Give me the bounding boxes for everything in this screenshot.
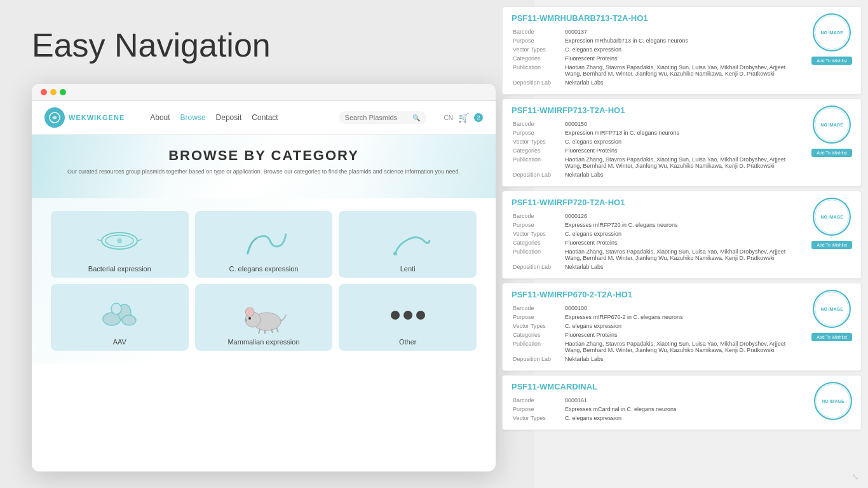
mammalian-label: Mammalian expression xyxy=(227,338,299,346)
nav-browse[interactable]: Browse xyxy=(180,113,206,122)
category-card-bacterial[interactable]: Bacterial expression xyxy=(51,211,189,278)
browser-mockup: WEKWIKGENE About Browse Deposit Contact … xyxy=(32,84,496,471)
mammalian-image xyxy=(238,293,289,334)
vtype-label-2: Vector Types xyxy=(513,138,564,146)
category-grid: Bacterial expression C. elegans expressi… xyxy=(51,211,477,351)
pub-value-4: Haotian Zhang, Stavros Papadakis, Xiaoti… xyxy=(565,340,803,354)
purpose-label-2: Purpose xyxy=(513,129,564,137)
svg-line-19 xyxy=(276,328,278,332)
purpose-value-5: Expresses mCardinal in C. elegans neuron… xyxy=(565,405,805,413)
card-title-5[interactable]: PSF11-WMCARDINAL xyxy=(512,382,806,391)
right-panel: PSF11-WMRHUBARB713-T2A-HO1 Barcode000013… xyxy=(502,0,868,488)
hero-subtitle: Our curated resources group plasmids tog… xyxy=(51,168,477,177)
vtype-value-3: C. elegans expression xyxy=(565,230,803,238)
deplab-value-4: Nektarlab Labs xyxy=(565,355,803,363)
nav-search-box: 🔍 xyxy=(339,111,426,124)
barcode-value-5: 0000161 xyxy=(565,396,805,404)
card-table-1: Barcode0000137 PurposeExpression mRhubar… xyxy=(512,27,804,88)
add-wishlist-btn-1[interactable]: Add To Wishlist xyxy=(811,57,852,65)
card-table-3: Barcode0000126 PurposeExpresses mIRFP720… xyxy=(512,211,804,272)
lenti-image xyxy=(383,220,433,261)
search-input[interactable] xyxy=(345,114,409,121)
cat-value-3: Fluorescent Proteins xyxy=(565,239,803,247)
add-wishlist-btn-4[interactable]: Add To Wishlist xyxy=(811,333,852,341)
aav-image xyxy=(94,293,145,334)
no-image-label-4: NO IMAGE xyxy=(820,307,843,311)
barcode-value-1: 0000137 xyxy=(565,28,803,36)
vtype-label: Vector Types xyxy=(513,46,564,53)
hero-section: BROWSE BY CATEGORY Our curated resources… xyxy=(32,135,496,198)
purpose-label: Purpose xyxy=(513,37,564,44)
search-icon: 🔍 xyxy=(412,114,420,121)
hero-title: BROWSE BY CATEGORY xyxy=(51,147,477,164)
no-image-label-3: NO IMAGE xyxy=(820,215,843,219)
vtype-value-5: C. elegans expression xyxy=(565,414,805,422)
purpose-value-3: Expresses mIRFP720 in C. elegans neurons xyxy=(565,221,803,229)
barcode-label-2: Barcode xyxy=(513,120,564,128)
card-title-4[interactable]: PSF11-WMIRFP670-2-T2A-HO1 xyxy=(512,290,804,299)
add-wishlist-btn-2[interactable]: Add To Wishlist xyxy=(811,149,852,157)
browser-content: WEKWIKGENE About Browse Deposit Contact … xyxy=(32,101,496,468)
deplab-label-2: Deposition Lab xyxy=(513,171,564,179)
cards-container: PSF11-WMRHUBARB713-T2A-HO1 Barcode000013… xyxy=(502,0,868,434)
site-nav-links: About Browse Deposit Contact xyxy=(150,113,278,122)
purpose-label-3: Purpose xyxy=(513,221,564,229)
category-card-elegans[interactable]: C. elegans expression xyxy=(195,211,333,278)
pub-label-2: Publication xyxy=(513,156,564,170)
resize-handle: ⤡ xyxy=(851,471,859,482)
barcode-label: Barcode xyxy=(513,28,564,36)
nav-contact[interactable]: Contact xyxy=(252,113,278,122)
vtype-value-1: C. elegans expression xyxy=(565,46,803,53)
vtype-value-4: C. elegans expression xyxy=(565,322,803,330)
barcode-label-5: Barcode xyxy=(513,396,564,404)
cat-value-2: Fluorescent Proteins xyxy=(565,147,803,154)
close-dot xyxy=(41,89,47,95)
cat-label-4: Categories xyxy=(513,331,564,339)
card-title-1[interactable]: PSF11-WMRHUBARB713-T2A-HO1 xyxy=(512,13,804,23)
cat-label: Categories xyxy=(513,55,564,62)
add-wishlist-btn-3[interactable]: Add To Wishlist xyxy=(811,241,852,249)
plasmid-card-2: PSF11-WMIRFP713-T2A-HO1 Barcode0000150 P… xyxy=(502,98,862,187)
pub-label: Publication xyxy=(513,64,564,78)
no-image-circle-4: NO IMAGE xyxy=(813,290,851,328)
card-info-1: PSF11-WMRHUBARB713-T2A-HO1 Barcode000013… xyxy=(512,13,804,88)
logo-icon xyxy=(44,107,65,128)
vtype-value-2: C. elegans expression xyxy=(565,138,803,146)
left-panel: Easy Navigation WEKWIKGENE xyxy=(0,0,534,488)
purpose-value-2: Expression mIRFP713 in C. elegans neuron… xyxy=(565,129,803,137)
nav-about[interactable]: About xyxy=(150,113,170,122)
cat-label-3: Categories xyxy=(513,239,564,247)
barcode-label-3: Barcode xyxy=(513,212,564,220)
no-image-label-1: NO IMAGE xyxy=(820,30,843,35)
no-image-circle-1: NO IMAGE xyxy=(813,13,851,51)
page-title: Easy Navigation xyxy=(32,25,502,65)
lang-button[interactable]: CN xyxy=(444,114,453,121)
plasmid-card-1: PSF11-WMRHUBARB713-T2A-HO1 Barcode000013… xyxy=(502,6,862,95)
card-table-4: Barcode0000100 PurposeExpresses mIRFP670… xyxy=(512,303,804,364)
card-title-2[interactable]: PSF11-WMIRFP713-T2A-HO1 xyxy=(512,105,804,115)
category-card-other[interactable]: Other xyxy=(339,284,477,351)
card-info-5: PSF11-WMCARDINAL Barcode0000161 PurposeE… xyxy=(512,382,806,423)
card-title-3[interactable]: PSF11-WMIRFP720-T2A-HO1 xyxy=(512,198,804,207)
deplab-label-4: Deposition Lab xyxy=(513,355,564,363)
vtype-label-4: Vector Types xyxy=(513,322,564,330)
category-card-aav[interactable]: AAV xyxy=(51,284,189,351)
pub-label-3: Publication xyxy=(513,248,564,262)
cart-icon[interactable]: 🛒 xyxy=(458,112,469,123)
nav-deposit[interactable]: Deposit xyxy=(216,113,242,122)
elegans-image xyxy=(238,220,289,261)
vtype-label-5: Vector Types xyxy=(513,414,564,422)
svg-point-15 xyxy=(248,317,251,320)
card-info-4: PSF11-WMIRFP670-2-T2A-HO1 Barcode0000100… xyxy=(512,290,804,364)
purpose-label-5: Purpose xyxy=(513,405,564,413)
pub-value-3: Haotian Zhang, Stavros Papadakis, Xiaoti… xyxy=(565,248,803,262)
deplab-value-3: Nektarlab Labs xyxy=(565,263,803,271)
card-actions-5: NO IMAGE xyxy=(814,382,852,420)
svg-point-13 xyxy=(245,308,254,316)
deplab-value-1: Nektarlab Labs xyxy=(565,79,803,86)
plasmid-card-3: PSF11-WMIRFP720-T2A-HO1 Barcode0000126 P… xyxy=(502,191,862,279)
card-info-2: PSF11-WMIRFP713-T2A-HO1 Barcode0000150 P… xyxy=(512,105,804,180)
category-card-lenti[interactable]: Lenti xyxy=(339,211,477,278)
category-card-mammalian[interactable]: Mammalian expression xyxy=(195,284,333,351)
svg-point-9 xyxy=(111,303,121,315)
